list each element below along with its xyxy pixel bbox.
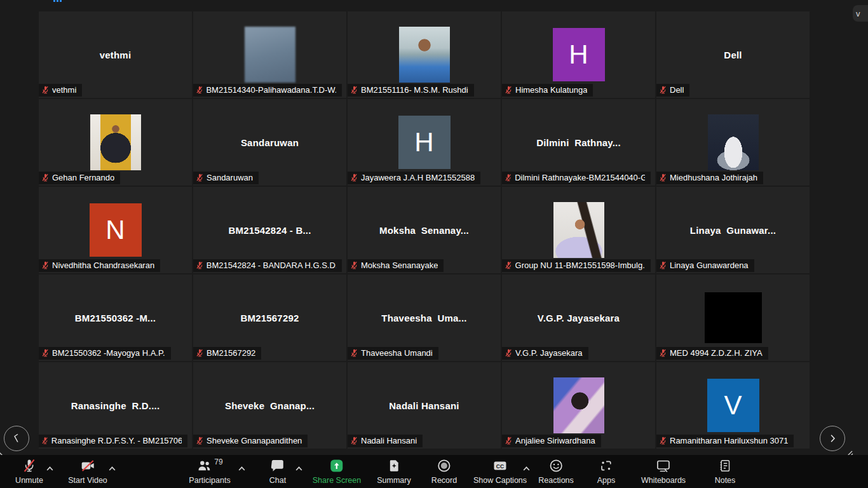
chevron-right-icon <box>827 433 838 444</box>
participant-name-tag: Nivedhitha Chandrasekaran <box>39 259 160 272</box>
muted-mic-icon <box>505 349 513 357</box>
participant-tile[interactable]: BM21567292 BM21567292 <box>193 274 346 361</box>
participant-name-tag: Gehan Fernando <box>39 172 120 184</box>
meeting-toolbar: Leave UnmuteStart Video79ParticipantsCha… <box>0 455 868 488</box>
participant-name-tag: Nadali Hansani <box>348 435 423 447</box>
toolbar-chat[interactable]: Chat <box>269 458 286 485</box>
participant-tile[interactable]: BM21514340-Palihawadana.T.D-W... <box>193 11 346 98</box>
participant-name-tag: Linaya Gunawardena <box>656 259 754 272</box>
start-video-caret[interactable] <box>108 463 116 474</box>
participant-name-label: V.G.P. Jayasekara <box>515 348 583 358</box>
toolbar-reactions-label: Reactions <box>538 476 574 485</box>
show-captions-icon: CC <box>492 458 508 473</box>
toolbar-apps[interactable]: Apps <box>597 458 616 485</box>
participant-name-tag: Anjaliee Siriwardhana <box>502 435 601 447</box>
toolbar-start-video[interactable]: Start Video <box>68 458 107 485</box>
meeting-info-icon-fragment <box>53 0 62 2</box>
participant-tile[interactable]: Moksha Senanay... Moksha Senanayake <box>348 187 501 273</box>
toolbar-unmute[interactable]: Unmute <box>15 458 43 485</box>
participant-name-tag: vethmi <box>39 84 82 97</box>
participant-tile[interactable]: H Jayaweera J.A.H BM21552588 <box>348 99 501 186</box>
reactions-icon <box>548 458 564 473</box>
start-video-icon <box>79 458 96 473</box>
participant-tile[interactable]: BM21542824 - B... BM21542824 - BANDARA H… <box>193 187 346 273</box>
participant-tile[interactable]: V Ramanitharan Hariluxshun 3071 <box>656 362 810 449</box>
muted-mic-icon <box>350 261 358 269</box>
participant-name-label: BM21550362 -Mayogya H.A.P. <box>52 348 165 358</box>
toolbar-show-captions[interactable]: CCShow Captions <box>473 458 527 485</box>
participant-photo <box>553 377 604 433</box>
toolbar-record[interactable]: Record <box>431 458 457 485</box>
chat-caret[interactable] <box>295 463 303 474</box>
show-captions-caret[interactable] <box>522 463 531 474</box>
participant-name-tag: Dell <box>656 84 689 97</box>
muted-mic-icon <box>659 349 667 357</box>
toolbar-participants[interactable]: 79Participants <box>189 458 230 485</box>
participant-tile[interactable]: MED 4994 Z.D.Z.H. ZIYA <box>656 274 810 361</box>
participant-tile[interactable]: Gehan Fernando <box>39 99 192 186</box>
muted-mic-icon <box>196 86 203 94</box>
participant-name-tag: BM21542824 - BANDARA H.G.S.D. <box>193 259 342 272</box>
participant-tile[interactable]: Sandaruwan Sandaruwan <box>193 99 346 186</box>
muted-mic-icon <box>659 86 667 94</box>
participant-name-label: Anjaliee Siriwardhana <box>515 436 595 445</box>
participant-tile[interactable]: N Nivedhitha Chandrasekaran <box>39 187 192 273</box>
participant-tile[interactable]: Thaveesha Uma... Thaveesha Umandi <box>348 274 501 361</box>
toolbar-apps-label: Apps <box>597 476 616 485</box>
toolbar-whiteboards[interactable]: Whiteboards <box>641 458 686 485</box>
chevron-left-icon <box>11 433 22 444</box>
participant-name-label: BM21542824 - BANDARA H.G.S.D. <box>207 261 336 270</box>
toolbar-show-captions-label: Show Captions <box>473 476 527 485</box>
muted-mic-icon <box>659 437 667 445</box>
participant-name-label: vethmi <box>52 85 76 95</box>
participant-name-label: Ramanitharan Hariluxshun 3071 <box>670 436 788 445</box>
previous-page-button[interactable] <box>4 426 29 451</box>
participant-name-label: Ranasinghe R.D.F.S.Y. - BM2157061... <box>51 436 182 445</box>
toolbar-start-video-label: Start Video <box>68 476 107 485</box>
zoom-meeting-window: v vethmi vethmi BM21514340-Palihawadana.… <box>0 0 868 488</box>
toolbar-share-screen[interactable]: Share Screen <box>313 458 361 485</box>
participant-tile[interactable]: Dilmini Rathnay... Dilmini Rathnayake-BM… <box>502 99 655 186</box>
toolbar-whiteboards-label: Whiteboards <box>641 476 686 485</box>
participant-name-label: Dilmini Rathnayake-BM21544040-G... <box>515 173 645 182</box>
participant-name-label: BM21551116- M.S.M. Rushdi <box>361 85 468 95</box>
participant-name-tag: Dilmini Rathnayake-BM21544040-G... <box>502 172 651 184</box>
participant-photo <box>90 114 141 170</box>
participant-tile[interactable]: Sheveke Gnanap... Sheveke Gnanapandithen <box>193 362 346 449</box>
next-page-button[interactable] <box>820 426 845 451</box>
participant-name-tag: MED 4994 Z.D.Z.H. ZIYA <box>656 347 768 360</box>
toolbar-reactions[interactable]: Reactions <box>538 458 574 485</box>
participant-name-tag: Ranasinghe R.D.F.S.Y. - BM2157061... <box>39 435 187 447</box>
participant-tile[interactable]: vethmi vethmi <box>39 11 192 98</box>
view-button[interactable]: v <box>853 5 868 22</box>
participant-tile[interactable]: BM21551116- M.S.M. Rushdi <box>348 11 501 98</box>
record-icon <box>437 458 452 473</box>
participant-tile[interactable]: Nadali Hansani Nadali Hansani <box>348 362 501 449</box>
toolbar-share-screen-label: Share Screen <box>313 476 361 485</box>
svg-text:CC: CC <box>496 463 504 470</box>
participant-tile[interactable]: Dell Dell <box>656 11 810 98</box>
participant-name-tag: Sheveke Gnanapandithen <box>193 435 308 447</box>
participant-name-label: Thaveesha Umandi <box>361 348 433 358</box>
participant-tile[interactable]: Anjaliee Siriwardhana <box>502 362 655 449</box>
participant-avatar: V <box>707 379 759 432</box>
participants-caret[interactable] <box>238 463 246 474</box>
participant-name-label: Nivedhitha Chandrasekaran <box>52 261 154 270</box>
toolbar-summary[interactable]: Summary <box>377 458 410 485</box>
unmute-caret[interactable] <box>46 463 54 474</box>
muted-mic-icon <box>196 437 204 445</box>
participant-tile[interactable]: Group NU 11-BM21551598-Imbulg... <box>502 187 655 273</box>
participant-tile[interactable]: H Himesha Kulatunga <box>502 11 655 98</box>
participant-tile[interactable]: Linaya Gunawar... Linaya Gunawardena <box>656 187 810 273</box>
summary-icon <box>387 458 401 473</box>
participant-tile[interactable]: BM21550362 -M... BM21550362 -Mayogya H.A… <box>39 274 192 361</box>
participant-name-label: Group NU 11-BM21551598-Imbulg... <box>515 261 645 270</box>
participant-photo <box>553 202 604 258</box>
participants-icon <box>196 458 212 473</box>
participant-avatar: H <box>398 116 451 169</box>
muted-mic-icon <box>505 173 512 182</box>
participant-tile[interactable]: V.G.P. Jayasekara V.G.P. Jayasekara <box>502 274 655 361</box>
participant-tile[interactable]: Miedhushana Jothirajah <box>656 99 810 186</box>
participant-tile[interactable]: Ranasinghe R.D.... Ranasinghe R.D.F.S.Y.… <box>39 362 192 449</box>
toolbar-notes[interactable]: Notes <box>715 458 736 485</box>
